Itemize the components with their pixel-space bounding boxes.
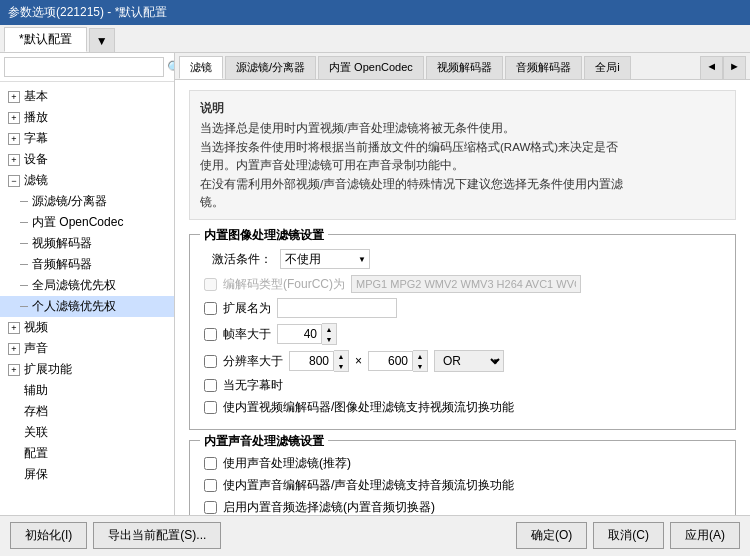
expand-icon-play: + bbox=[8, 112, 20, 124]
tree-item-assist[interactable]: 辅助 bbox=[0, 380, 174, 401]
search-icon: 🔍 bbox=[167, 60, 175, 75]
tree-item-extend[interactable]: + 扩展功能 bbox=[0, 359, 174, 380]
tab-more2[interactable]: ► bbox=[723, 56, 746, 79]
use-audio-label: 使用声音处理滤镜(推荐) bbox=[223, 455, 351, 472]
init-button[interactable]: 初始化(I) bbox=[10, 522, 87, 549]
activate-select-wrapper: 不使用 总是使用 按条件使用 bbox=[280, 249, 370, 269]
audio-selector-label: 启用内置音频选择滤镜(内置音频切换器) bbox=[223, 499, 435, 515]
use-audio-row: 使用声音处理滤镜(推荐) bbox=[200, 455, 725, 472]
no-subtitle-row: 当无字幕时 bbox=[200, 377, 725, 394]
search-input[interactable] bbox=[4, 57, 164, 77]
tree-item-filter-audio[interactable]: 音频解码器 bbox=[0, 254, 174, 275]
tree-item-basic[interactable]: + 基本 bbox=[0, 86, 174, 107]
leaf-dot bbox=[20, 222, 28, 223]
audio-selector-checkbox[interactable] bbox=[204, 501, 217, 514]
right-tabs: 滤镜 源滤镜/分离器 内置 OpenCodec 视频解码器 音频解码器 bbox=[175, 53, 750, 80]
tree-item-assoc[interactable]: 关联 bbox=[0, 422, 174, 443]
res-height-spin-buttons: ▲ ▼ bbox=[413, 350, 428, 372]
res-height-down-btn[interactable]: ▼ bbox=[413, 361, 427, 371]
tab-global[interactable]: 全局ⅰ bbox=[584, 56, 631, 79]
sidebar: 🔍 + 基本 + 播放 + 字幕 bbox=[0, 53, 175, 515]
use-audio-checkbox[interactable] bbox=[204, 457, 217, 470]
audio-stream-switch-label: 使内置声音编解码器/声音处理滤镜支持音频流切换功能 bbox=[223, 477, 514, 494]
tab-dropdown[interactable]: ▼ bbox=[89, 28, 115, 52]
no-subtitle-checkbox[interactable] bbox=[204, 379, 217, 392]
tree-item-subtitle[interactable]: + 字幕 bbox=[0, 128, 174, 149]
desc-line-4: 在没有需利用外部视频/声音滤镜处理的特殊情况下建议您选择无条件使用内置滤 bbox=[200, 175, 725, 193]
tree-item-device[interactable]: + 设备 bbox=[0, 149, 174, 170]
tree-item-play[interactable]: + 播放 bbox=[0, 107, 174, 128]
framerate-value[interactable] bbox=[277, 324, 322, 344]
tab-filter[interactable]: 滤镜 bbox=[179, 56, 223, 79]
tree-item-filter-video[interactable]: 视频解码器 bbox=[0, 233, 174, 254]
res-width-value[interactable] bbox=[289, 351, 334, 371]
expand-icon-subtitle: + bbox=[8, 133, 20, 145]
codec-type-label: 编解码类型(FourCC)为 bbox=[223, 276, 345, 293]
stream-switch-checkbox[interactable] bbox=[204, 401, 217, 414]
tab-video-decoder[interactable]: 视频解码器 bbox=[426, 56, 503, 79]
res-width-up-btn[interactable]: ▲ bbox=[334, 351, 348, 361]
codec-type-input bbox=[351, 275, 581, 293]
export-button[interactable]: 导出当前配置(S)... bbox=[93, 522, 221, 549]
resolution-checkbox[interactable] bbox=[204, 355, 217, 368]
framerate-spin-buttons: ▲ ▼ bbox=[322, 323, 337, 345]
tree-item-filter-personal[interactable]: 个人滤镜优先权 bbox=[0, 296, 174, 317]
activate-select[interactable]: 不使用 总是使用 按条件使用 bbox=[280, 249, 370, 269]
stream-switch-label: 使内置视频编解码器/图像处理滤镜支持视频流切换功能 bbox=[223, 399, 514, 416]
desc-line-2: 当选择按条件使用时将根据当前播放文件的编码压缩格式(RAW格式)来决定是否 bbox=[200, 138, 725, 156]
tab-more[interactable]: ◄ bbox=[700, 56, 723, 79]
video-filter-section: 内置图像处理滤镜设置 激活条件： 不使用 总是使用 按条件使用 bbox=[189, 234, 736, 430]
tree-item-archive[interactable]: 存档 bbox=[0, 401, 174, 422]
no-subtitle-label: 当无字幕时 bbox=[223, 377, 283, 394]
res-height-spinner: ▲ ▼ bbox=[368, 350, 428, 372]
leaf-dot bbox=[20, 201, 28, 202]
leaf-dot bbox=[20, 243, 28, 244]
tab-source-filter[interactable]: 源滤镜/分离器 bbox=[225, 56, 316, 79]
description-box: 说明 当选择总是使用时内置视频/声音处理滤镜将被无条件使用。 当选择按条件使用时… bbox=[189, 90, 736, 220]
framerate-checkbox[interactable] bbox=[204, 328, 217, 341]
tree-item-screensave[interactable]: 屏保 bbox=[0, 464, 174, 485]
ok-button[interactable]: 确定(O) bbox=[516, 522, 587, 549]
res-height-value[interactable] bbox=[368, 351, 413, 371]
audio-selector-row: 启用内置音频选择滤镜(内置音频切换器) bbox=[200, 499, 725, 515]
resolution-row: 分辨率大于 ▲ ▼ × bbox=[200, 350, 725, 372]
res-height-up-btn[interactable]: ▲ bbox=[413, 351, 427, 361]
framerate-down-btn[interactable]: ▼ bbox=[322, 334, 336, 344]
right-panel: 滤镜 源滤镜/分离器 内置 OpenCodec 视频解码器 音频解码器 bbox=[175, 53, 750, 515]
audio-stream-switch-checkbox[interactable] bbox=[204, 479, 217, 492]
leaf-dot bbox=[20, 285, 28, 286]
expand-icon-video: + bbox=[8, 322, 20, 334]
codec-type-checkbox[interactable] bbox=[204, 278, 217, 291]
extension-checkbox[interactable] bbox=[204, 302, 217, 315]
tab-default-config[interactable]: *默认配置 bbox=[4, 27, 87, 52]
expand-icon-extend: + bbox=[8, 364, 20, 376]
res-width-down-btn[interactable]: ▼ bbox=[334, 361, 348, 371]
extension-label: 扩展名为 bbox=[223, 300, 271, 317]
tree-item-audio[interactable]: + 声音 bbox=[0, 338, 174, 359]
framerate-label: 帧率大于 bbox=[223, 326, 271, 343]
tree-item-video[interactable]: + 视频 bbox=[0, 317, 174, 338]
bottom-right-buttons: 确定(O) 取消(C) 应用(A) bbox=[516, 522, 740, 549]
leaf-dot bbox=[20, 306, 28, 307]
tree-item-config[interactable]: 配置 bbox=[0, 443, 174, 464]
tree-item-filter-priority[interactable]: 全局滤镜优先权 bbox=[0, 275, 174, 296]
search-row: 🔍 bbox=[0, 53, 174, 82]
tab-opencodec[interactable]: 内置 OpenCodec bbox=[318, 56, 424, 79]
res-width-spinner: ▲ ▼ bbox=[289, 350, 349, 372]
apply-button[interactable]: 应用(A) bbox=[670, 522, 740, 549]
resolution-label: 分辨率大于 bbox=[223, 353, 283, 370]
tree-item-filter-opencodec[interactable]: 内置 OpenCodec bbox=[0, 212, 174, 233]
expand-icon-basic: + bbox=[8, 91, 20, 103]
framerate-up-btn[interactable]: ▲ bbox=[322, 324, 336, 334]
tree-view: + 基本 + 播放 + 字幕 + bbox=[0, 82, 174, 515]
panel-content: 说明 当选择总是使用时内置视频/声音处理滤镜将被无条件使用。 当选择按条件使用时… bbox=[175, 80, 750, 515]
audio-filter-title: 内置声音处理滤镜设置 bbox=[200, 433, 328, 450]
desc-line-0: 说明 bbox=[200, 99, 725, 117]
extension-input[interactable] bbox=[277, 298, 397, 318]
tab-audio-decoder[interactable]: 音频解码器 bbox=[505, 56, 582, 79]
tree-item-filter[interactable]: − 滤镜 bbox=[0, 170, 174, 191]
desc-line-1: 当选择总是使用时内置视频/声音处理滤镜将被无条件使用。 bbox=[200, 119, 725, 137]
tree-item-filter-source[interactable]: 源滤镜/分离器 bbox=[0, 191, 174, 212]
or-select[interactable]: OR AND bbox=[434, 350, 504, 372]
cancel-button[interactable]: 取消(C) bbox=[593, 522, 664, 549]
